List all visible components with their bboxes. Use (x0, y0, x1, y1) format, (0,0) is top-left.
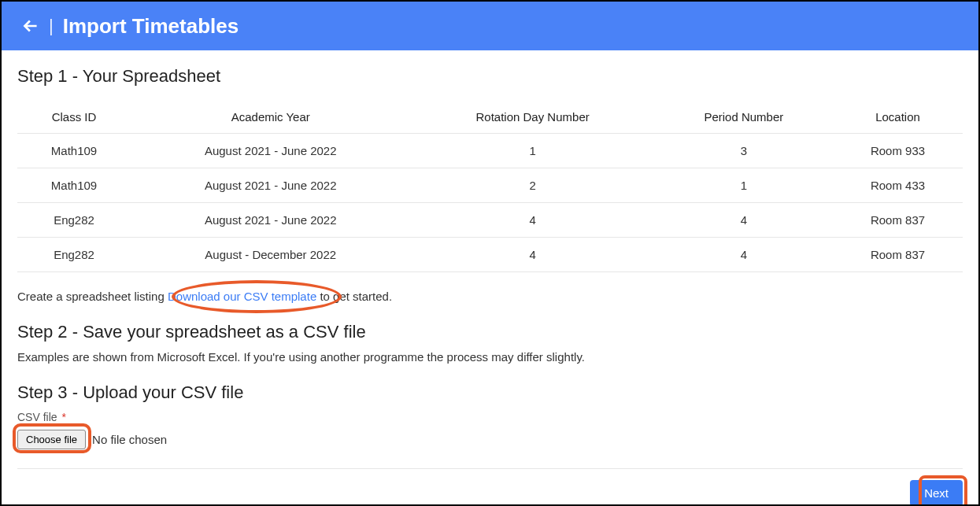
step2-text: Examples are shown from Microsoft Excel.… (17, 350, 963, 364)
choose-file-button[interactable]: Choose file (17, 430, 86, 449)
cell-academic-year: August 2021 - June 2022 (131, 134, 411, 168)
csv-file-label-text: CSV file (17, 411, 57, 423)
col-location: Location (833, 101, 963, 134)
table-row: Eng282 August 2021 - June 2022 4 4 Room … (17, 203, 963, 238)
cell-rotation-day: 2 (411, 168, 655, 203)
cell-class-id: Eng282 (17, 238, 131, 272)
no-file-chosen-text: No file chosen (92, 433, 167, 446)
back-arrow-icon[interactable] (20, 16, 41, 36)
csv-file-label: CSV file * (17, 411, 963, 423)
step1-title: Step 1 - Your Spreadsheet (17, 66, 963, 87)
table-header-row: Class ID Academic Year Rotation Day Numb… (17, 101, 963, 134)
page-header: | Import Timetables (2, 2, 978, 50)
cell-class-id: Math109 (17, 134, 131, 168)
cell-class-id: Math109 (17, 168, 131, 203)
footer: Next (2, 469, 978, 506)
cell-rotation-day: 4 (411, 238, 655, 272)
main-content: Step 1 - Your Spreadsheet Class ID Acade… (2, 50, 978, 469)
cell-period: 1 (655, 168, 833, 203)
cell-period: 4 (655, 203, 833, 238)
step3-title: Step 3 - Upload your CSV file (17, 382, 963, 403)
next-button[interactable]: Next (910, 480, 963, 506)
table-row: Math109 August 2021 - June 2022 1 3 Room… (17, 134, 963, 168)
col-period-number: Period Number (655, 101, 833, 134)
cell-rotation-day: 1 (411, 134, 655, 168)
step2-title: Step 2 - Save your spreadsheet as a CSV … (17, 322, 963, 342)
table-row: Math109 August 2021 - June 2022 2 1 Room… (17, 168, 963, 203)
download-csv-template-link[interactable]: Download our CSV template (168, 290, 316, 303)
table-row: Eng282 August - December 2022 4 4 Room 8… (17, 238, 963, 272)
cell-academic-year: August - December 2022 (131, 238, 411, 272)
step1-instruction: Create a spreadsheet listing Download ou… (17, 290, 963, 303)
cell-period: 4 (655, 238, 833, 272)
cell-location: Room 837 (833, 203, 963, 238)
cell-academic-year: August 2021 - June 2022 (131, 203, 411, 238)
instruction-text-before: Create a spreadsheet listing (17, 290, 168, 303)
page-title: Import Timetables (63, 14, 239, 39)
col-rotation-day: Rotation Day Number (411, 101, 655, 134)
header-divider: | (49, 16, 54, 36)
cell-location: Room 433 (833, 168, 963, 203)
cell-class-id: Eng282 (17, 203, 131, 238)
cell-period: 3 (655, 134, 833, 168)
file-upload-row: Choose file No file chosen (17, 430, 963, 449)
col-class-id: Class ID (17, 101, 131, 134)
col-academic-year: Academic Year (131, 101, 411, 134)
instruction-text-after: to get started. (316, 290, 392, 303)
spreadsheet-table: Class ID Academic Year Rotation Day Numb… (17, 101, 963, 272)
cell-academic-year: August 2021 - June 2022 (131, 168, 411, 203)
required-star: * (61, 411, 65, 423)
cell-location: Room 837 (833, 238, 963, 272)
cell-rotation-day: 4 (411, 203, 655, 238)
cell-location: Room 933 (833, 134, 963, 168)
